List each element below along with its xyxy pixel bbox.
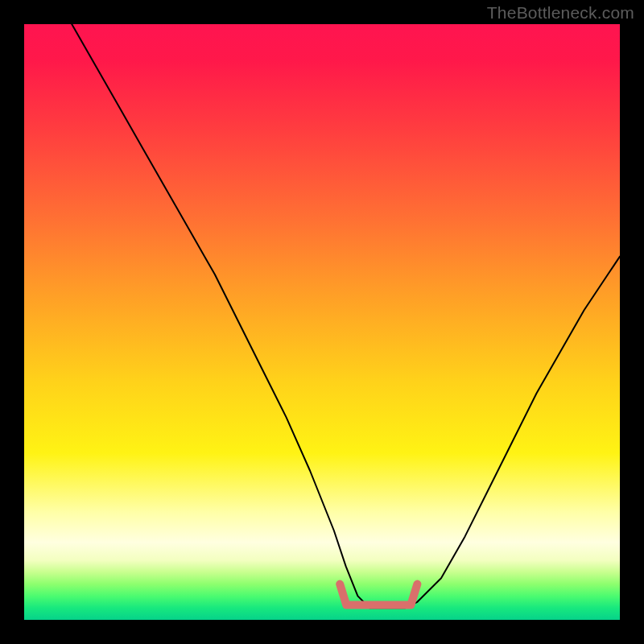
bottleneck-curve: [72, 24, 620, 608]
plot-area: [24, 24, 620, 620]
curve-overlay: [24, 24, 620, 620]
chart-frame: TheBottleneck.com: [0, 0, 644, 644]
optimal-marker: [340, 584, 417, 605]
watermark-text: TheBottleneck.com: [487, 3, 634, 23]
